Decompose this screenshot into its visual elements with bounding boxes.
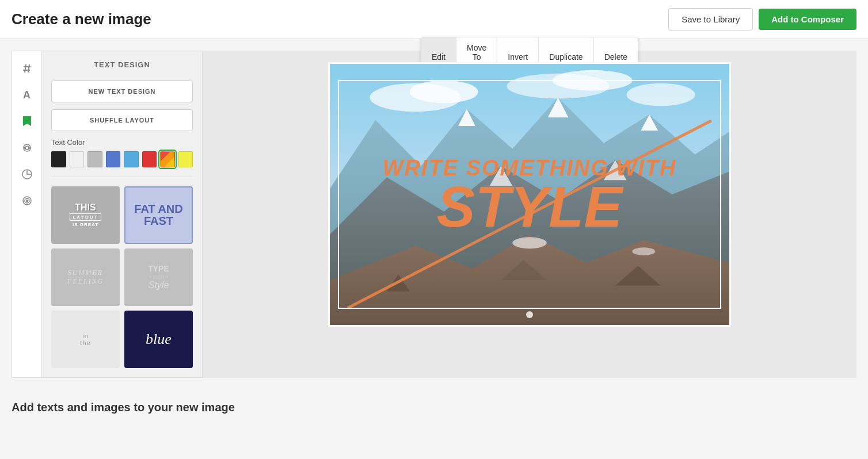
svg-point-10 bbox=[26, 200, 28, 202]
color-light-blue[interactable] bbox=[124, 151, 139, 167]
mountain-background bbox=[330, 64, 729, 325]
style-card-blue[interactable]: blue bbox=[124, 311, 193, 368]
color-red[interactable] bbox=[142, 151, 157, 167]
svg-point-15 bbox=[553, 70, 633, 91]
color-swatches bbox=[51, 151, 193, 167]
main-area: A TE bbox=[0, 39, 868, 389]
svg-point-13 bbox=[410, 81, 478, 104]
text-design-panel: TEXT DESIGN NEW TEXT DESIGN SHUFFLE LAYO… bbox=[41, 51, 203, 378]
header: Create a new image Save to Library Add t… bbox=[0, 0, 868, 39]
svg-line-2 bbox=[25, 64, 26, 72]
shuffle-layout-button[interactable]: SHUFFLE LAYOUT bbox=[51, 109, 193, 131]
sidebar-item-hash[interactable] bbox=[16, 57, 39, 80]
svg-point-7 bbox=[29, 147, 30, 148]
sidebar-item-sticker[interactable] bbox=[16, 163, 39, 186]
color-white[interactable] bbox=[70, 151, 85, 167]
svg-point-28 bbox=[512, 237, 546, 248]
panel-title: TEXT DESIGN bbox=[51, 60, 193, 74]
svg-point-16 bbox=[627, 83, 695, 106]
svg-line-3 bbox=[28, 64, 29, 72]
divider bbox=[51, 177, 193, 177]
canvas-wrapper: Edit Move To Front Invert Duplicate Dele… bbox=[328, 62, 731, 327]
sidebar-item-filter[interactable] bbox=[16, 189, 39, 212]
color-gray[interactable] bbox=[87, 151, 102, 167]
page-title: Create a new image bbox=[12, 10, 151, 28]
color-black[interactable] bbox=[51, 151, 66, 167]
style-card-type-style[interactable]: TYPE • with • Style bbox=[124, 248, 193, 306]
sidebar-icons: A bbox=[12, 51, 41, 378]
footer-text: Add texts and images to your new image bbox=[12, 401, 235, 414]
canvas-area: Edit Move To Front Invert Duplicate Dele… bbox=[203, 51, 856, 378]
svg-point-4 bbox=[25, 146, 29, 150]
style-card-summer-feeling[interactable]: SUMMER feeling bbox=[51, 248, 120, 306]
header-actions: Save to Library Add to Composer bbox=[668, 8, 856, 30]
svg-point-6 bbox=[24, 147, 25, 148]
color-label: Text Color bbox=[51, 138, 193, 147]
color-yellow[interactable] bbox=[178, 151, 193, 167]
sidebar-item-text[interactable]: A bbox=[16, 83, 39, 106]
sidebar-item-layers[interactable] bbox=[16, 136, 39, 159]
sidebar-item-bookmark[interactable] bbox=[16, 110, 39, 133]
canvas-image[interactable]: WRITE SOMETHING WITH STYLE bbox=[328, 62, 731, 327]
style-card-in-the[interactable]: in the bbox=[51, 311, 120, 368]
add-to-composer-button[interactable]: Add to Composer bbox=[759, 9, 856, 30]
svg-point-29 bbox=[632, 247, 655, 255]
save-to-library-button[interactable]: Save to Library bbox=[668, 8, 753, 30]
style-card-this-layout[interactable]: THIS LAYOUT IS GREAT bbox=[51, 186, 120, 244]
footer: Add texts and images to your new image bbox=[0, 389, 868, 426]
style-card-fat-fast[interactable]: FAT AND FAST bbox=[124, 186, 193, 244]
style-grid: THIS LAYOUT IS GREAT FAT AND FAST SUMMER… bbox=[51, 186, 193, 368]
new-text-design-button[interactable]: NEW TEXT DESIGN bbox=[51, 81, 193, 102]
dot-indicator bbox=[526, 311, 533, 318]
color-blue[interactable] bbox=[106, 151, 121, 167]
color-custom[interactable] bbox=[160, 151, 175, 167]
color-section: Text Color bbox=[51, 138, 193, 167]
